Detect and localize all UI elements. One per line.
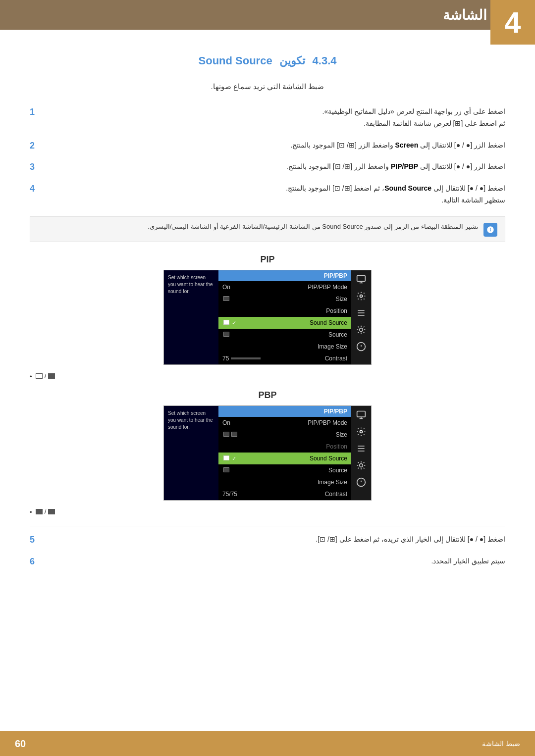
chapter-number: 4 [504,5,521,40]
pbp-icon-settings [354,425,369,438]
divider [30,526,505,526]
pip-icon-monitor [354,273,369,286]
pbp-menu-items: PIP/PBP PIP/PBP Mode On Size Position [218,406,351,500]
pip-menu-item-contrast: Contrast 75 [218,353,351,364]
svg-point-1 [360,295,363,297]
pbp-icon-1 [48,509,55,514]
pip-icon-gear [354,323,369,336]
note-text: تشير المنطقة البيضاء من الرمز إلى صندور … [148,222,479,232]
pbp-menu-box: PIP/PBP PIP/PBP Mode On Size Position [163,405,372,501]
footer-chapter-text: ضبط الشاشة [482,740,520,748]
pip-menu-header: PIP/PBP [218,270,351,281]
step-4: اضغط [● / ●] للانتقال إلى Sound Source، … [30,183,505,206]
step-6-number: 6 [30,556,42,567]
svg-point-6 [360,463,363,467]
pip-menu-item-mode: PIP/PBP Mode On [218,281,351,293]
pbp-menu-icons [351,406,371,500]
pbp-menu-container: PIP/PBP PIP/PBP Mode On Size Position [30,405,505,501]
pbp-menu-item-contrast: Contrast 75/75 [218,488,351,500]
note-row: تشير المنطقة البيضاء من الرمز إلى صندور … [30,216,505,242]
pip-menu-item-source: Source [218,329,351,341]
svg-point-5 [360,430,363,433]
note-icon [483,223,497,237]
pip-menu-icons [351,270,371,364]
pbp-menu-item-source: Source [218,464,351,476]
pip-icon-filled [48,373,55,379]
pip-side-text: Set which screen you want to hear the so… [168,274,214,295]
section-number: 4.3.4 [313,54,337,67]
steps-list: اضغط على أي زر بواجهة المنتج لعرض «دليل … [30,106,505,206]
chapter-number-box: 4 [490,0,535,45]
pbp-side-text: Set which screen you want to hear the so… [168,410,214,431]
step-3: اضغط الزر [● / ●] للانتقال إلى PIP/PBP و… [30,161,505,173]
section-title-connector: تكوين [279,54,305,67]
pip-menu-items: PIP/PBP PIP/PBP Mode On Size Position So… [218,270,351,364]
pbp-icon-monitor [354,408,369,421]
pbp-menu-item-sound-source: Sound Source ✓ [218,453,351,464]
step-4-text: اضغط [● / ●] للانتقال إلى Sound Source، … [48,183,505,206]
footer-page-number: 60 [15,738,26,750]
step-2-text: اضغط الزر [● / ●] للانتقال إلى Screen وا… [48,140,505,151]
step-3-number: 3 [30,162,42,172]
svg-rect-4 [357,411,366,417]
pip-icon-info [354,340,369,353]
pbp-bullet-text: / • [30,508,55,516]
pip-menu-container: PIP/PBP PIP/PBP Mode On Size Position So… [30,270,505,365]
section-heading: 4.3.4 تكوين Sound Source [30,54,505,67]
footer-bar: 60 ضبط الشاشة [0,731,535,756]
pip-icon-outline [36,373,43,379]
pip-bullet-text: / • [30,372,55,380]
pbp-icon-gear [354,459,369,472]
pip-menu-item-image-size: Image Size [218,341,351,353]
pip-menu-box: PIP/PBP PIP/PBP Mode On Size Position So… [163,270,372,365]
main-content: 4.3.4 تكوين Sound Source ضبط الشاشة التي… [0,30,535,626]
pip-side-panel: Set which screen you want to hear the so… [164,270,218,364]
pbp-icon-info [354,476,369,489]
pbp-menu-item-image-size: Image Size [218,476,351,488]
pip-bullet-row: / • [30,372,505,380]
pbp-menu-header: PIP/PBP [218,406,351,417]
pbp-mode-label: PBP [30,390,505,401]
pbp-menu-item-size: Size [218,429,351,441]
section-title-en: Sound Source [199,54,272,67]
pbp-icon-menu [354,442,369,455]
step-5: اضغط [● / ●] للانتقال إلى الخيار الذي تر… [30,534,505,546]
step-1-text: اضغط على أي زر بواجهة المنتج لعرض «دليل … [48,106,505,130]
step-1-number: 1 [30,107,42,117]
step-6-text: سيتم تطبيق الخيار المحدد. [48,555,505,567]
step-2-number: 2 [30,141,42,151]
step-1: اضغط على أي زر بواجهة المنتج لعرض «دليل … [30,106,505,130]
step-5-number: 5 [30,535,42,545]
svg-point-2 [360,328,363,331]
svg-rect-0 [357,275,366,281]
page-header: ضبط الشاشة 4 [0,0,535,30]
step-6: سيتم تطبيق الخيار المحدد. 6 [30,555,505,567]
pbp-menu-item-position: Position [218,441,351,453]
pip-menu-item-size: Size [218,293,351,305]
step-2: اضغط الزر [● / ●] للانتقال إلى Screen وا… [30,140,505,151]
intro-text: ضبط الشاشة التي تريد سماع صوتها. [30,82,505,91]
pip-menu-item-position: Position [218,305,351,317]
pip-mode-label: PIP [30,254,505,265]
pip-icon-settings [354,290,369,302]
pbp-menu-item-mode: PIP/PBP Mode On [218,417,351,429]
step-3-text: اضغط الزر [● / ●] للانتقال إلى PIP/PBP و… [48,161,505,173]
step-4-number: 4 [30,184,42,194]
pbp-bullet-row: / • [30,508,505,516]
pbp-icon-2 [36,509,43,514]
steps-5-6: اضغط [● / ●] للانتقال إلى الخيار الذي تر… [30,534,505,567]
pbp-side-panel: Set which screen you want to hear the so… [164,406,218,500]
pip-menu-item-sound-source: Sound Source ✓ [218,317,351,329]
step-5-text: اضغط [● / ●] للانتقال إلى الخيار الذي تر… [48,534,505,546]
pip-icon-menu [354,306,369,319]
